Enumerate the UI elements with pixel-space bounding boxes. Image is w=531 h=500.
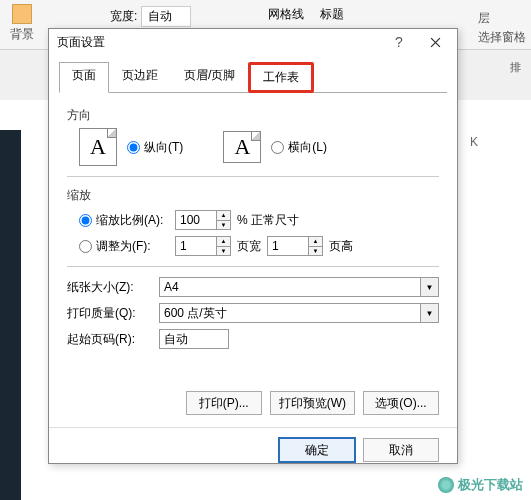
start-page-row: 起始页码(R): — [67, 329, 439, 349]
ok-button[interactable]: 确定 — [279, 438, 355, 462]
scale-ratio-label: 缩放比例(A): — [96, 212, 163, 229]
orientation-row: A 纵向(T) A 横向(L) — [79, 128, 439, 166]
landscape-radio-input[interactable] — [271, 141, 284, 154]
selected-column[interactable] — [0, 130, 21, 500]
print-quality-input[interactable] — [160, 304, 420, 322]
dialog-confirm-buttons: 确定 取消 — [49, 427, 457, 472]
spin-up-icon[interactable]: ▲ — [217, 237, 230, 247]
landscape-radio-label: 横向(L) — [288, 139, 327, 156]
spin-down-icon[interactable]: ▼ — [217, 247, 230, 256]
tab-margins[interactable]: 页边距 — [109, 62, 171, 93]
ribbon-bg-label: 背景 — [10, 26, 34, 43]
scale-fit-radio[interactable]: 调整为(F): — [79, 238, 169, 255]
scale-fit-row: 调整为(F): ▲▼ 页宽 ▲▼ 页高 — [79, 236, 439, 256]
scale-fit-label: 调整为(F): — [96, 238, 151, 255]
fit-width-spinner[interactable]: ▲▼ — [175, 236, 231, 256]
paper-size-combo[interactable]: ▼ — [159, 277, 439, 297]
ribbon-width[interactable]: 宽度: 自动 — [110, 6, 191, 27]
spin-up-icon[interactable]: ▲ — [217, 211, 230, 221]
watermark-text: 极光下载站 — [458, 476, 523, 494]
dialog-titlebar[interactable]: 页面设置 ? — [49, 29, 457, 55]
landscape-radio[interactable]: 横向(L) — [271, 139, 327, 156]
paper-size-row: 纸张大小(Z): ▼ — [67, 277, 439, 297]
spin-down-icon[interactable]: ▼ — [217, 221, 230, 230]
layer-label[interactable]: 层 — [478, 10, 526, 27]
paper-size-label: 纸张大小(Z): — [67, 279, 153, 296]
scale-fit-radio-input[interactable] — [79, 240, 92, 253]
fit-width-input[interactable] — [176, 237, 216, 255]
ribbon-right-group: 层 选择窗格 — [478, 10, 526, 46]
fit-height-suffix: 页高 — [329, 238, 353, 255]
select-window-label[interactable]: 选择窗格 — [478, 29, 526, 46]
fit-height-input[interactable] — [268, 237, 308, 255]
column-header-k[interactable]: K — [470, 135, 478, 149]
watermark-icon — [438, 477, 454, 493]
start-page-label: 起始页码(R): — [67, 331, 153, 348]
scale-ratio-row: 缩放比例(A): ▲▼ % 正常尺寸 — [79, 210, 439, 230]
tab-page[interactable]: 页面 — [59, 62, 109, 93]
close-button[interactable] — [417, 30, 453, 54]
arrange-label: 排 — [510, 60, 521, 75]
width-label: 宽度: — [110, 8, 137, 25]
divider-1 — [67, 176, 439, 177]
width-value[interactable]: 自动 — [141, 6, 191, 27]
start-page-input[interactable] — [159, 329, 229, 349]
ribbon-bg-button[interactable]: 背景 — [10, 4, 34, 43]
tab-header-footer[interactable]: 页眉/页脚 — [171, 62, 248, 93]
chevron-down-icon[interactable]: ▼ — [420, 278, 438, 296]
print-button[interactable]: 打印(P)... — [186, 391, 262, 415]
portrait-icon: A — [79, 128, 117, 166]
landscape-icon: A — [223, 131, 261, 163]
spin-up-icon[interactable]: ▲ — [309, 237, 322, 247]
paper-size-input[interactable] — [160, 278, 420, 296]
print-quality-combo[interactable]: ▼ — [159, 303, 439, 323]
dialog-action-buttons: 打印(P)... 打印预览(W) 选项(O)... — [49, 391, 457, 415]
cancel-button[interactable]: 取消 — [363, 438, 439, 462]
fit-width-suffix: 页宽 — [237, 238, 261, 255]
scale-ratio-input[interactable] — [176, 211, 216, 229]
print-quality-row: 打印质量(Q): ▼ — [67, 303, 439, 323]
scale-ratio-radio[interactable]: 缩放比例(A): — [79, 212, 169, 229]
orientation-label: 方向 — [67, 107, 439, 124]
portrait-radio[interactable]: 纵向(T) — [127, 139, 183, 156]
options-button[interactable]: 选项(O)... — [363, 391, 439, 415]
dialog-title: 页面设置 — [53, 34, 381, 51]
close-icon — [430, 37, 441, 48]
watermark: 极光下载站 — [438, 476, 523, 494]
fit-height-spinner[interactable]: ▲▼ — [267, 236, 323, 256]
scale-group: 缩放比例(A): ▲▼ % 正常尺寸 调整为(F): ▲▼ 页宽 — [79, 210, 439, 256]
help-button[interactable]: ? — [381, 30, 417, 54]
spin-down-icon[interactable]: ▼ — [309, 247, 322, 256]
divider-2 — [67, 266, 439, 267]
gridlines-label: 网格线 — [268, 6, 304, 23]
dialog-body: 方向 A 纵向(T) A 横向(L) 缩放 缩放比例(A): — [49, 93, 457, 363]
print-quality-label: 打印质量(Q): — [67, 305, 153, 322]
print-preview-button[interactable]: 打印预览(W) — [270, 391, 355, 415]
scale-ratio-spinner[interactable]: ▲▼ — [175, 210, 231, 230]
portrait-radio-label: 纵向(T) — [144, 139, 183, 156]
page-setup-dialog: 页面设置 ? 页面 页边距 页眉/页脚 工作表 方向 A 纵向(T) A 横向(… — [48, 28, 458, 464]
tab-strip: 页面 页边距 页眉/页脚 工作表 — [59, 61, 447, 93]
chevron-down-icon[interactable]: ▼ — [420, 304, 438, 322]
portrait-radio-input[interactable] — [127, 141, 140, 154]
scale-ratio-radio-input[interactable] — [79, 214, 92, 227]
tab-sheet[interactable]: 工作表 — [248, 62, 314, 93]
scale-label: 缩放 — [67, 187, 439, 204]
background-icon — [12, 4, 32, 24]
titles-label: 标题 — [320, 6, 344, 23]
scale-ratio-suffix: % 正常尺寸 — [237, 212, 299, 229]
